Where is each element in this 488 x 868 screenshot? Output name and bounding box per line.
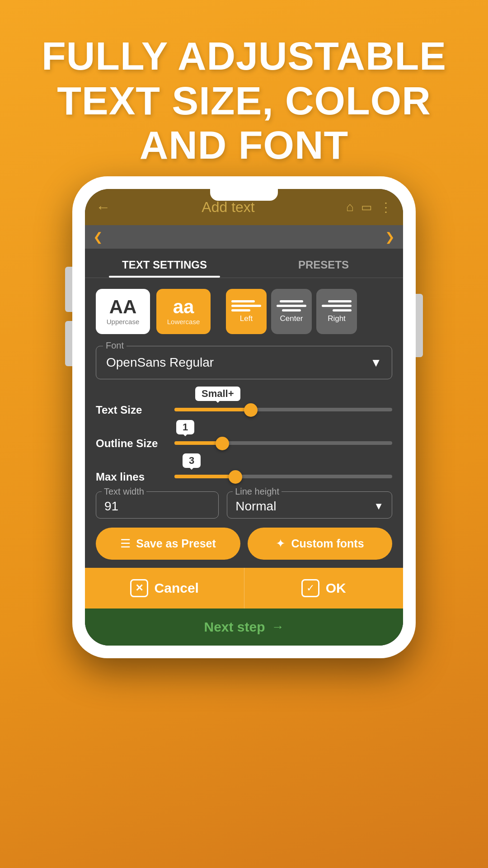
action-buttons-row: ☰ Save as Preset ✦ Custom fonts <box>85 525 403 568</box>
tabs-row: TEXT SETTINGS PRESETS <box>85 249 403 278</box>
align-left-btn[interactable]: Left <box>226 289 267 334</box>
save-preset-label: Save as Preset <box>136 537 216 550</box>
text-size-slider: Small+ Text Size <box>85 383 403 416</box>
next-step-label: Next step <box>204 619 265 635</box>
bottom-inputs-row: Text width 91 Line height Normal ▼ <box>85 483 403 525</box>
line-height-arrow-icon: ▼ <box>374 500 384 512</box>
more-icon[interactable]: ⋮ <box>380 200 392 215</box>
text-size-track[interactable] <box>174 408 392 412</box>
line-height-value: Normal <box>235 499 276 514</box>
bg-content: ❮ ❯ <box>85 225 403 249</box>
align-left-label: Left <box>240 314 253 323</box>
lowercase-label: aa <box>173 297 194 316</box>
outline-size-slider: 1 Outline Size <box>85 416 403 450</box>
font-section: Font OpenSans Regular ▼ <box>96 346 392 379</box>
align-right-label: Right <box>328 314 346 323</box>
align-center-btn[interactable]: Center <box>271 289 312 334</box>
align-center-label: Center <box>280 314 303 323</box>
next-step-bar[interactable]: Next step → <box>85 609 403 646</box>
text-width-value: 91 <box>104 499 118 513</box>
text-size-tooltip: Small+ <box>202 388 234 399</box>
power-button <box>416 294 423 357</box>
save-preset-icon: ☰ <box>120 537 131 551</box>
uppercase-sublabel: Uppercase <box>107 318 140 326</box>
home-icon[interactable]: ⌂ <box>346 200 354 214</box>
font-section-label: Font <box>103 340 127 351</box>
cancel-label: Cancel <box>155 580 199 596</box>
phone-screen: ← Add text ⌂ ▭ ⋮ ❮ ❯ TEXT SETTINGS <box>85 189 403 646</box>
right-arrow-bg: ❯ <box>385 230 395 244</box>
next-step-icon: → <box>272 620 284 634</box>
custom-fonts-icon: ✦ <box>276 537 286 551</box>
outline-size-label: Outline Size <box>96 437 168 450</box>
outline-size-track[interactable] <box>174 441 392 446</box>
hero-section: FULLY ADJUSTABLETEXT SIZE, COLORAND FONT <box>0 0 488 181</box>
case-align-row: AA Uppercase aa Lowercase <box>85 278 403 338</box>
align-right-btn[interactable]: Right <box>316 289 357 334</box>
phone-shell: ← Add text ⌂ ▭ ⋮ ❮ ❯ TEXT SETTINGS <box>72 176 416 658</box>
text-width-label: Text width <box>102 486 146 497</box>
line-height-dropdown[interactable]: Line height Normal ▼ <box>227 491 392 519</box>
font-dropdown[interactable]: OpenSans Regular ▼ <box>96 346 392 379</box>
ok-icon: ✓ <box>301 579 319 597</box>
tab-presets[interactable]: PRESETS <box>244 249 403 278</box>
max-lines-label: Max lines <box>96 471 168 483</box>
tablet-icon[interactable]: ▭ <box>361 200 372 214</box>
ok-label: OK <box>326 580 346 596</box>
line-height-label: Line height <box>233 486 282 497</box>
max-lines-tooltip: 3 <box>189 455 194 466</box>
uppercase-btn[interactable]: AA Uppercase <box>96 289 150 334</box>
lowercase-btn[interactable]: aa Lowercase <box>156 289 211 334</box>
cancel-icon: ✕ <box>130 579 148 597</box>
max-lines-track[interactable] <box>174 475 392 479</box>
notch <box>210 189 278 201</box>
settings-panel: TEXT SETTINGS PRESETS AA Uppercase <box>85 249 403 646</box>
phone-wrapper: ← Add text ⌂ ▭ ⋮ ❮ ❯ TEXT SETTINGS <box>72 176 416 658</box>
uppercase-label: AA <box>109 297 137 316</box>
save-preset-button[interactable]: ☰ Save as Preset <box>96 528 240 560</box>
volume-button-2 <box>65 321 72 366</box>
text-width-input[interactable]: Text width 91 <box>96 491 219 519</box>
font-value: OpenSans Regular <box>106 355 214 370</box>
dropdown-arrow-icon: ▼ <box>370 356 382 370</box>
ok-button[interactable]: ✓ OK <box>244 568 404 609</box>
cancel-button[interactable]: ✕ Cancel <box>85 568 244 609</box>
footer-bar: ✕ Cancel ✓ OK <box>85 568 403 609</box>
hero-title: FULLY ADJUSTABLETEXT SIZE, COLORAND FONT <box>0 34 488 168</box>
tab-text-settings[interactable]: TEXT SETTINGS <box>85 249 244 278</box>
back-icon[interactable]: ← <box>96 199 110 216</box>
lowercase-sublabel: Lowercase <box>167 318 200 326</box>
custom-fonts-label: Custom fonts <box>291 537 364 550</box>
outline-size-tooltip: 1 <box>183 421 188 433</box>
custom-fonts-button[interactable]: ✦ Custom fonts <box>248 528 392 560</box>
app-bar-title: Add text <box>117 199 339 216</box>
text-size-label: Text Size <box>96 404 168 416</box>
max-lines-slider: 3 Max lines <box>85 450 403 483</box>
volume-button <box>65 267 72 312</box>
left-arrow-bg: ❮ <box>93 230 103 244</box>
